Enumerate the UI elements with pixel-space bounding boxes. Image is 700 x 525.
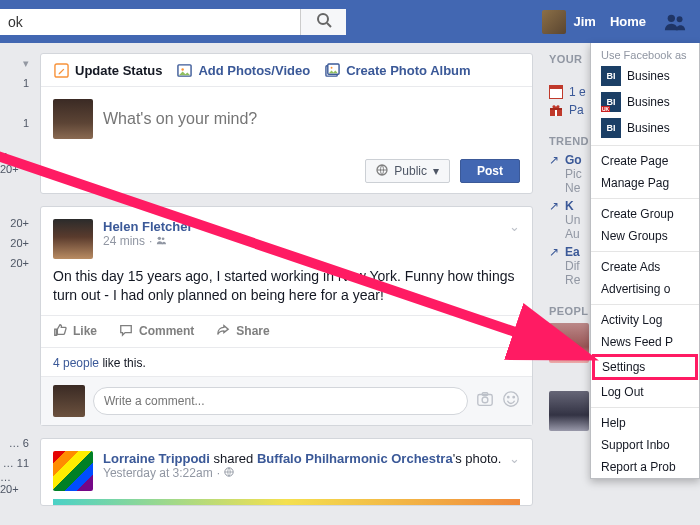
smiley-icon[interactable] bbox=[502, 390, 520, 411]
topbar-home-link[interactable]: Home bbox=[610, 14, 646, 29]
chevron-down-icon[interactable]: ▾ bbox=[0, 53, 29, 73]
svg-point-14 bbox=[482, 397, 488, 403]
search-input[interactable] bbox=[0, 9, 300, 35]
friends-icon[interactable] bbox=[664, 11, 686, 33]
tab-label: Update Status bbox=[75, 63, 162, 78]
trending-icon: ↗ bbox=[549, 153, 559, 195]
badge: 20+ bbox=[0, 253, 29, 273]
menu-advertising[interactable]: Advertising o bbox=[591, 278, 699, 300]
badge: K 20+ bbox=[0, 153, 29, 173]
svg-line-1 bbox=[327, 23, 331, 27]
globe-icon bbox=[376, 164, 388, 179]
menu-news-feed[interactable]: News Feed P bbox=[591, 331, 699, 353]
tab-update-status[interactable]: Update Status bbox=[53, 62, 162, 78]
avatar[interactable] bbox=[53, 219, 93, 259]
share-icon bbox=[216, 323, 230, 340]
avatar bbox=[53, 99, 93, 139]
comment-input[interactable] bbox=[93, 387, 468, 415]
menu-page-item[interactable]: BI Busines bbox=[591, 63, 699, 89]
avatar bbox=[53, 385, 85, 417]
svg-point-17 bbox=[508, 397, 509, 398]
avatar bbox=[542, 10, 566, 34]
caret-down-icon: ▾ bbox=[433, 164, 439, 178]
friends-icon bbox=[156, 234, 166, 248]
share-button[interactable]: Share bbox=[216, 323, 269, 340]
calendar-icon bbox=[549, 85, 563, 99]
tab-label: Add Photos/Video bbox=[198, 63, 310, 78]
user-name: Jim bbox=[573, 14, 595, 29]
comment-button[interactable]: Comment bbox=[119, 323, 194, 340]
svg-point-2 bbox=[668, 14, 675, 21]
svg-point-6 bbox=[181, 68, 183, 70]
menu-create-page[interactable]: Create Page bbox=[591, 150, 699, 172]
account-dropdown-menu: Use Facebook as BI Busines BIUK Busines … bbox=[590, 43, 700, 479]
search-wrap bbox=[0, 9, 346, 35]
story-shared-link[interactable]: Buffalo Philharmonic Orchestra bbox=[257, 451, 453, 466]
tab-create-album[interactable]: Create Photo Album bbox=[324, 62, 470, 78]
topbar-profile-link[interactable]: Jim bbox=[542, 10, 595, 34]
search-button[interactable] bbox=[300, 9, 346, 35]
story-headline: Lorraine Trippodi shared Buffalo Philhar… bbox=[103, 451, 501, 466]
privacy-button[interactable]: Public ▾ bbox=[365, 159, 450, 183]
post-button[interactable]: Post bbox=[460, 159, 520, 183]
badge: … 11 bbox=[0, 453, 29, 473]
gift-icon bbox=[549, 103, 563, 117]
story-body: On this day 15 years ago, I started work… bbox=[41, 267, 532, 315]
likes-link[interactable]: 4 people bbox=[53, 356, 99, 370]
svg-rect-13 bbox=[478, 395, 492, 406]
avatar[interactable] bbox=[549, 323, 589, 363]
badge: 20+ bbox=[0, 213, 29, 233]
tab-add-photos[interactable]: Add Photos/Video bbox=[176, 62, 310, 78]
main-feed: Update Status Add Photos/Video Create Ph… bbox=[33, 43, 543, 525]
menu-page-item[interactable]: BI Busines bbox=[591, 115, 699, 141]
svg-point-11 bbox=[158, 237, 161, 240]
story: Helen Fletcher 24 mins · ⌄ On this day 1… bbox=[40, 206, 533, 426]
story-timestamp[interactable]: Yesterday at 3:22am bbox=[103, 466, 213, 480]
composer-input[interactable] bbox=[103, 110, 520, 128]
camera-icon[interactable] bbox=[476, 390, 494, 411]
badge: … 20+ bbox=[0, 473, 29, 493]
composer: Update Status Add Photos/Video Create Ph… bbox=[40, 53, 533, 194]
like-label: Like bbox=[73, 324, 97, 338]
menu-help[interactable]: Help bbox=[591, 412, 699, 434]
comment-icon bbox=[119, 323, 133, 340]
badge: 1 bbox=[0, 113, 29, 133]
page-icon: BI bbox=[601, 66, 621, 86]
story-author-link[interactable]: Helen Fletcher bbox=[103, 219, 193, 234]
trending-icon: ↗ bbox=[549, 199, 559, 241]
like-button[interactable]: Like bbox=[53, 323, 97, 340]
story-author-link[interactable]: Lorraine Trippodi bbox=[103, 451, 210, 466]
tab-label: Create Photo Album bbox=[346, 63, 470, 78]
share-label: Share bbox=[236, 324, 269, 338]
topbar: Jim Home bbox=[0, 0, 700, 43]
menu-report[interactable]: Report a Prob bbox=[591, 456, 699, 478]
svg-point-9 bbox=[330, 66, 332, 68]
story-timestamp[interactable]: 24 mins bbox=[103, 234, 145, 248]
trending-icon: ↗ bbox=[549, 245, 559, 287]
avatar[interactable] bbox=[53, 451, 93, 491]
globe-icon bbox=[224, 466, 234, 480]
avatar[interactable] bbox=[549, 391, 589, 431]
menu-page-item[interactable]: BIUK Busines bbox=[591, 89, 699, 115]
menu-support-inbox[interactable]: Support Inbo bbox=[591, 434, 699, 456]
menu-log-out[interactable]: Log Out bbox=[591, 381, 699, 403]
badge: 1 bbox=[0, 73, 29, 93]
search-icon bbox=[316, 12, 332, 31]
svg-point-12 bbox=[162, 237, 165, 240]
menu-settings[interactable]: Settings bbox=[592, 354, 698, 380]
story-menu-chevron[interactable]: ⌄ bbox=[509, 219, 520, 234]
likes-text[interactable]: 4 people like this. bbox=[41, 348, 532, 376]
menu-new-groups[interactable]: New Groups bbox=[591, 225, 699, 247]
menu-manage-pages[interactable]: Manage Pag bbox=[591, 172, 699, 194]
privacy-label: Public bbox=[394, 164, 427, 178]
menu-activity-log[interactable]: Activity Log bbox=[591, 309, 699, 331]
menu-create-ads[interactable]: Create Ads bbox=[591, 256, 699, 278]
badge: … 6 bbox=[0, 433, 29, 453]
album-icon bbox=[324, 62, 340, 78]
menu-create-group[interactable]: Create Group bbox=[591, 203, 699, 225]
page-icon: BI bbox=[601, 118, 621, 138]
story-menu-chevron[interactable]: ⌄ bbox=[509, 451, 520, 466]
svg-point-18 bbox=[513, 397, 514, 398]
svg-point-3 bbox=[677, 16, 683, 22]
like-icon bbox=[53, 323, 67, 340]
